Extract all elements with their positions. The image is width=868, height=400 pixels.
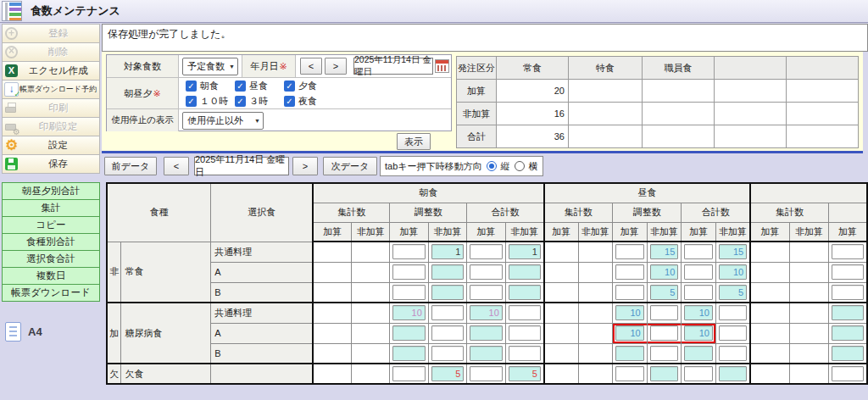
show-button[interactable]: 表示	[397, 133, 431, 150]
count-input[interactable]	[832, 285, 864, 300]
count-input[interactable]	[509, 346, 541, 361]
count-input[interactable]	[832, 325, 864, 341]
count-input[interactable]	[470, 346, 503, 361]
count-input[interactable]	[650, 346, 679, 361]
count-input[interactable]: 15	[719, 244, 747, 259]
count-input[interactable]	[650, 325, 679, 341]
count-input[interactable]	[832, 264, 864, 280]
shortcut-button[interactable]: 帳票ダウンロード	[2, 284, 100, 302]
shortcut-button[interactable]: 朝昼夕別合計	[2, 182, 100, 200]
count-input[interactable]	[509, 325, 541, 341]
meal-checkbox-item[interactable]: 昼食	[235, 78, 284, 93]
count-input[interactable]	[392, 244, 426, 259]
count-input[interactable]	[470, 285, 503, 300]
count-input[interactable]	[684, 264, 713, 280]
count-input[interactable]	[392, 366, 426, 381]
count-input[interactable]	[719, 346, 747, 361]
meal-checkbox-item[interactable]: 夕食	[284, 78, 333, 93]
count-input[interactable]	[615, 346, 644, 361]
count-input[interactable]: 15	[650, 244, 679, 259]
count-input[interactable]: 10	[650, 264, 679, 280]
count-input[interactable]	[431, 305, 464, 320]
count-input[interactable]	[615, 264, 644, 280]
count-input[interactable]	[615, 366, 644, 381]
count-input[interactable]	[470, 264, 503, 280]
count-input[interactable]	[615, 244, 644, 259]
count-input[interactable]: 10	[719, 264, 747, 280]
count-input[interactable]: 10	[615, 325, 644, 341]
nav-date[interactable]: 2025年11月14日 金曜日	[194, 157, 289, 175]
meal-checkbox-item[interactable]: 夜食	[284, 93, 333, 108]
prev-data-button[interactable]: 前データ	[104, 157, 157, 175]
count-input[interactable]: 5	[509, 366, 541, 381]
count-input[interactable]	[719, 366, 747, 381]
count-input[interactable]: 5	[650, 285, 679, 300]
count-input[interactable]	[684, 366, 713, 381]
radio-unselected-icon[interactable]	[515, 161, 525, 171]
count-input[interactable]	[470, 325, 503, 341]
count-input[interactable]	[832, 346, 864, 361]
settings-button[interactable]: 設定	[2, 136, 100, 155]
count-input[interactable]	[509, 305, 541, 320]
suspend-select[interactable]: 使用停止以外	[182, 112, 264, 130]
shortcut-button[interactable]: 食種別合計	[2, 233, 100, 251]
count-input[interactable]: 10	[470, 305, 503, 320]
count-input[interactable]	[684, 285, 713, 300]
count-input[interactable]	[431, 285, 464, 300]
count-input[interactable]	[470, 244, 503, 259]
meal-checkbox-item[interactable]: 朝食	[186, 78, 235, 93]
save-button[interactable]: 保存	[2, 154, 100, 174]
count-input[interactable]: 10	[392, 305, 426, 320]
shortcut-button[interactable]: 集計	[2, 199, 100, 217]
count-input[interactable]	[431, 346, 464, 361]
count-input[interactable]	[392, 325, 426, 341]
count-input[interactable]: 1	[509, 244, 541, 259]
count-input[interactable]: 5	[431, 366, 464, 381]
next-day-button[interactable]: >	[292, 157, 318, 175]
count-input[interactable]	[509, 285, 541, 300]
shortcut-button[interactable]: 選択食合計	[2, 250, 100, 268]
count-input[interactable]	[431, 325, 464, 341]
prev-day-button[interactable]: <	[164, 157, 189, 175]
checkbox-icon[interactable]	[186, 96, 197, 107]
count-input[interactable]	[719, 305, 747, 320]
count-input[interactable]	[832, 244, 864, 259]
count-input[interactable]: 1	[431, 244, 464, 259]
date-next-button[interactable]: >	[325, 58, 347, 75]
date-input[interactable]: 2025年11月14日 金曜日	[353, 58, 433, 75]
calendar-icon[interactable]	[435, 59, 449, 73]
excel-button[interactable]: エクセル作成	[2, 61, 100, 81]
radio-selected-icon[interactable]	[487, 161, 497, 171]
count-input[interactable]	[684, 244, 713, 259]
count-input[interactable]	[650, 366, 679, 381]
count-input[interactable]	[719, 325, 747, 341]
target-select[interactable]: 予定食数	[182, 58, 238, 75]
count-input[interactable]	[392, 264, 426, 280]
checkbox-icon[interactable]	[284, 81, 295, 92]
count-input[interactable]	[615, 285, 644, 300]
count-input[interactable]	[509, 264, 541, 280]
count-input[interactable]	[684, 346, 713, 361]
count-input[interactable]	[392, 285, 426, 300]
count-input[interactable]	[832, 305, 864, 320]
next-data-button[interactable]: 次データ	[323, 157, 377, 175]
count-input[interactable]	[470, 366, 503, 381]
count-input[interactable]	[392, 346, 426, 361]
count-input[interactable]: 10	[684, 325, 713, 341]
checkbox-icon[interactable]	[235, 96, 246, 107]
meal-checkbox-item[interactable]: １０時	[186, 93, 235, 108]
count-input[interactable]: 5	[719, 285, 747, 300]
checkbox-icon[interactable]	[235, 81, 246, 92]
meal-checkbox-item[interactable]: ３時	[235, 93, 284, 108]
count-input[interactable]	[431, 264, 464, 280]
shortcut-button[interactable]: 複数日	[2, 267, 100, 285]
count-input[interactable]	[650, 305, 679, 320]
checkbox-icon[interactable]	[186, 81, 197, 92]
download-button[interactable]: 帳票ダウンロード予約	[2, 80, 100, 99]
count-input[interactable]: 10	[684, 305, 713, 320]
count-input[interactable]: 10	[615, 305, 644, 320]
checkbox-icon[interactable]	[284, 96, 295, 107]
count-input[interactable]	[832, 366, 864, 381]
shortcut-button[interactable]: コピー	[2, 216, 100, 234]
date-prev-button[interactable]: <	[300, 58, 322, 75]
